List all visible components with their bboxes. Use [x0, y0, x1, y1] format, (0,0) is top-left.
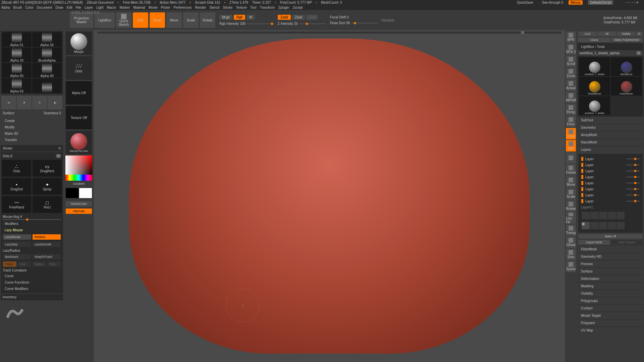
menu-texture[interactable]: Texture	[236, 6, 247, 9]
lightbox-button[interactable]: LightBox	[95, 12, 115, 28]
dynamic-button[interactable]: Dynamic	[381, 18, 394, 22]
zadd-button[interactable]: Zadd	[278, 15, 291, 20]
stroke-freehand[interactable]: 〰FreeHand	[2, 196, 31, 213]
r-button-2[interactable]: R	[636, 51, 641, 55]
mouse-avg[interactable]: Mouse Avg 4	[3, 215, 22, 219]
layer-c4[interactable]	[608, 222, 616, 229]
draw-button[interactable]: Draw	[150, 12, 165, 28]
menu-zplugin[interactable]: Zplugin	[278, 6, 289, 9]
menu-color[interactable]: Color	[25, 6, 34, 9]
section-contact[interactable]: Contact	[578, 304, 643, 312]
alternate-button[interactable]: Alternate	[66, 208, 92, 214]
menu-alpha[interactable]: Alpha	[1, 6, 10, 9]
nav-ghost[interactable]: Ghost	[566, 237, 576, 248]
stroke-spray[interactable]: ✦Spray	[33, 178, 62, 195]
projection-master-button[interactable]: Projection Master	[70, 12, 93, 28]
alpha-cell[interactable]: Alpha 59	[2, 78, 32, 93]
move-button[interactable]: Move	[166, 12, 182, 28]
alpha-thumb[interactable]: Alpha Off	[66, 81, 92, 105]
mdd-speed[interactable]: MDD Speed	[611, 240, 643, 245]
clone-button[interactable]: Clone	[578, 38, 610, 42]
all-button[interactable]: All	[597, 32, 616, 36]
create-item[interactable]: Create	[2, 118, 62, 124]
menu-stencil[interactable]: Stencil	[209, 6, 219, 9]
nav-scroll[interactable]: Scroll	[566, 56, 576, 67]
flip-h-button[interactable]: ⇋	[1, 96, 16, 109]
scale-button[interactable]: Scale	[183, 12, 199, 28]
tool-brush[interactable]: workflow_1_details	[579, 57, 610, 76]
section-nanomesh[interactable]: NanoMesh	[578, 138, 643, 146]
curve-mod-item[interactable]: Curve Modifiers	[2, 286, 62, 292]
inventory-header[interactable]: Inventory	[1, 294, 63, 300]
layer-c5[interactable]	[616, 222, 625, 229]
seethrough[interactable]: See-through 0	[542, 1, 563, 4]
sculpted-mesh[interactable]	[129, 39, 529, 354]
section-geometry-hd[interactable]: Geometry HD	[578, 253, 643, 260]
menu-transform[interactable]: Transform	[260, 6, 275, 9]
surface-label[interactable]: Surface	[3, 111, 14, 115]
menu-marker[interactable]: Marker	[119, 6, 130, 9]
menu-preferences[interactable]: Preferences	[174, 6, 192, 9]
alpha-cell[interactable]: Alpha 60	[2, 63, 32, 78]
layer-new[interactable]	[590, 212, 598, 219]
section-layers[interactable]: Layers	[578, 146, 643, 153]
section-masking[interactable]: Masking	[578, 282, 643, 290]
material-thumb[interactable]: MatCap Red Wax	[66, 131, 92, 154]
menu-movie[interactable]: Movie	[149, 6, 158, 9]
color-swatch-white[interactable]	[79, 188, 92, 198]
nav-bpr[interactable]: BPR	[566, 32, 576, 43]
viewport[interactable]	[94, 30, 565, 362]
menu-tool[interactable]: Tool	[250, 6, 256, 9]
rgb-intensity[interactable]: Rgb Intensity 100	[219, 22, 246, 25]
section-arraymesh[interactable]: ArrayMesh	[578, 131, 643, 138]
rotate-button[interactable]: ↻	[32, 96, 47, 109]
layer-row[interactable]: Layer	[580, 198, 641, 204]
color-swatch-black[interactable]	[66, 188, 78, 198]
lazymouse-toggle[interactable]: LazyMouse	[3, 234, 31, 240]
layer-up[interactable]	[599, 212, 607, 219]
reset-icon[interactable]: ↻	[58, 146, 61, 150]
draw-size[interactable]: Draw Size 56	[330, 21, 350, 25]
section-fibermesh[interactable]: FiberMesh	[578, 245, 643, 253]
layer-row[interactable]: Layer	[580, 156, 641, 162]
section-visibility[interactable]: Visibility	[578, 290, 643, 297]
nav-aahalf[interactable]: AAHalf	[566, 92, 576, 103]
nav-spix-3[interactable]: SPix 3	[566, 44, 576, 55]
lightbox-tools[interactable]: LightBox › Tools	[578, 43, 643, 50]
layer-name[interactable]: Layer#1	[580, 204, 641, 210]
nav-frame[interactable]: Frame	[566, 164, 576, 176]
menu-layer[interactable]: Layer	[85, 6, 93, 9]
section-geometry[interactable]: Geometry	[578, 124, 643, 131]
layer-row[interactable]: Layer	[580, 180, 641, 186]
layer-del[interactable]	[616, 212, 625, 219]
menu-stroke[interactable]: Stroke	[223, 6, 232, 9]
tool-brush[interactable]: SimpleBrush	[579, 77, 610, 96]
menu-render[interactable]: Render	[195, 6, 206, 9]
timeline[interactable]	[97, 32, 561, 34]
modify-item[interactable]: Modify	[2, 124, 62, 130]
menu-file[interactable]: File	[76, 6, 81, 9]
goz-button[interactable]: GoZ	[578, 32, 597, 36]
menu-edit[interactable]: Edit	[67, 6, 72, 9]
nav-zoom[interactable]: Zoom	[566, 68, 576, 79]
stroke-header[interactable]: Stroke↻	[1, 145, 63, 152]
section-subtool[interactable]: SubTool	[578, 116, 643, 124]
section-deformation[interactable]: Deformation	[578, 275, 643, 282]
alpha-cell[interactable]	[32, 78, 62, 93]
menus-button[interactable]: Menus	[569, 0, 583, 5]
tool-brush[interactable]: EraserBrush	[611, 77, 642, 96]
nav-persp[interactable]: Persp	[566, 104, 576, 115]
stroke-rect[interactable]: □Rect	[33, 196, 62, 213]
layer-row[interactable]: Layer	[580, 162, 641, 168]
layer-row[interactable]: Layer	[580, 168, 641, 174]
stroke-dragrect[interactable]: ▭DragRect	[33, 160, 62, 177]
section-preview[interactable]: Preview	[578, 260, 643, 267]
focal-shift[interactable]: Focal Shift 0	[330, 15, 349, 19]
section-surface[interactable]: Surface	[578, 267, 643, 275]
stroke-dots[interactable]: ∴Dots	[2, 160, 31, 177]
section-polygroups[interactable]: Polygroups	[578, 297, 643, 304]
section-morph-target[interactable]: Morph Target	[578, 312, 643, 319]
morph-brush[interactable]: Morph	[66, 32, 92, 55]
alpha-cell[interactable]: BrushAlpha	[32, 48, 62, 62]
curve-item[interactable]: Curve	[2, 273, 62, 279]
